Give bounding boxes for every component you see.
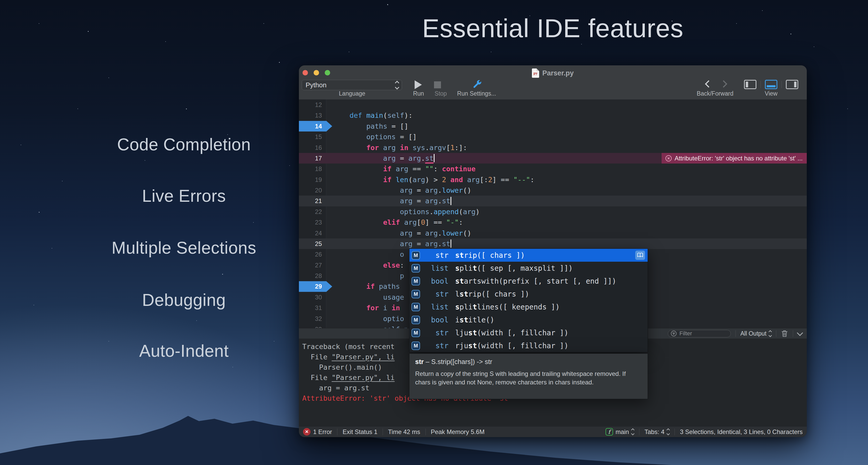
python-file-icon: py: [532, 68, 539, 78]
method-badge-icon: M: [411, 264, 420, 273]
code-text[interactable]: if paths: [333, 281, 400, 292]
status-divider: [675, 429, 675, 435]
branch-select[interactable]: f main: [606, 428, 634, 436]
run-button[interactable]: [414, 80, 422, 89]
code-text[interactable]: if len(arg) > 2 and arg[:2] == "--":: [333, 175, 534, 185]
page-title: Essential IDE features: [388, 13, 718, 43]
language-select[interactable]: Python: [302, 80, 402, 90]
line-number: 13: [299, 110, 326, 121]
completion-item[interactable]: Mboolistitle(): [409, 313, 648, 326]
code-text[interactable]: for i in: [333, 303, 400, 313]
error-count-button[interactable]: ✕ 1 Error: [303, 428, 332, 436]
completion-item[interactable]: Mstrrjust(width [, fillchar ]): [409, 339, 648, 352]
line-number: 21: [299, 195, 326, 206]
code-text[interactable]: arg = arg.st: [333, 195, 451, 206]
completion-return-type: bool: [420, 316, 448, 324]
code-text[interactable]: p: [333, 271, 404, 281]
view-left-sidebar-button[interactable]: [744, 80, 756, 89]
completion-item[interactable]: Mboolstartswith(prefix [, start [, end ]…: [409, 275, 648, 287]
collapse-console-button[interactable]: [798, 332, 802, 336]
method-badge-icon: M: [411, 303, 420, 311]
completion-item[interactable]: Mlistsplitlines([ keepends ]): [409, 301, 648, 313]
completion-return-type: list: [420, 264, 448, 273]
code-line-18: 18 if arg == "": continue: [299, 163, 807, 174]
feature-item: Code Completion: [29, 134, 339, 154]
code-text[interactable]: usage: [333, 292, 404, 303]
completion-item[interactable]: Mstrlstrip([ chars ]): [409, 287, 648, 301]
text-caret: [451, 240, 451, 248]
code-text[interactable]: elif arg[0] == "-":: [333, 217, 463, 227]
code-text[interactable]: optio: [333, 313, 404, 324]
completion-item-selected[interactable]: Mstrstrip([ chars ]): [409, 249, 648, 262]
method-badge-icon: M: [411, 290, 420, 299]
error-annotation-text: AttributeError: 'str' object has no attr…: [675, 155, 803, 162]
doc-signature: str – S.strip([chars]) -> str: [415, 358, 642, 366]
line-flag-marker: 29: [299, 281, 326, 292]
code-text[interactable]: self.pars: [333, 324, 421, 328]
code-line-17: 17 arg = arg.stAttributeError: 'str' obj…: [299, 153, 807, 163]
code-text[interactable]: arg = arg.st: [333, 239, 451, 249]
tabs-select[interactable]: Tabs: 4: [645, 428, 669, 436]
completion-item[interactable]: Mstrljust(width [, fillchar ]): [409, 326, 648, 339]
line-number: 31: [299, 303, 326, 313]
line-number: 26: [299, 249, 326, 259]
forward-button[interactable]: [720, 80, 727, 88]
line-number: 20: [299, 185, 326, 195]
code-line-16: 16 for arg in sys.argv[1:]:: [299, 142, 807, 153]
console-filter-field[interactable]: [668, 330, 731, 337]
code-text[interactable]: if arg == "": continue: [333, 163, 475, 174]
stop-button[interactable]: [434, 82, 441, 88]
inline-error-annotation[interactable]: AttributeError: 'str' object has no attr…: [661, 153, 807, 163]
code-text[interactable]: for arg in sys.argv[1:]:: [333, 142, 467, 153]
documentation-book-icon[interactable]: [635, 251, 645, 260]
feature-item: Auto-Indent: [29, 341, 339, 361]
window-title: Parser.py: [542, 69, 574, 77]
back-button[interactable]: [705, 80, 712, 88]
method-badge-icon: M: [411, 277, 420, 285]
completion-signature: lstrip([ chars ]): [455, 290, 529, 299]
view-divider: [761, 81, 761, 88]
view-label: View: [765, 90, 777, 97]
code-text[interactable]: arg = arg.st: [333, 153, 435, 163]
code-text[interactable]: options = []: [333, 131, 417, 142]
view-right-sidebar-button[interactable]: [786, 80, 798, 89]
completion-item[interactable]: Mlistsplit([ sep [, maxsplit ]]): [409, 262, 648, 275]
completion-signature: rjust(width [, fillchar ]): [455, 342, 568, 350]
output-scope-select[interactable]: All Output: [740, 330, 771, 337]
code-line-25: 25 arg = arg.st: [299, 239, 807, 249]
completion-signature: splitlines([ keepends ]): [455, 303, 560, 311]
code-text[interactable]: options.append(arg): [333, 207, 480, 217]
toolbar-divider: [776, 330, 776, 337]
clear-console-button[interactable]: [781, 330, 788, 337]
code-text[interactable]: arg = arg.lower(): [333, 185, 471, 195]
code-text[interactable]: o: [333, 249, 404, 259]
back-forward-label: Back/Forward: [697, 90, 734, 97]
code-text[interactable]: else:: [333, 260, 404, 271]
run-label: Run: [413, 90, 424, 97]
peak-memory: Peak Memory 5.6M: [431, 428, 485, 436]
code-text[interactable]: paths = []: [333, 121, 408, 131]
code-text[interactable]: arg = arg.lower(): [333, 228, 471, 239]
line-number: 28: [299, 271, 326, 281]
completion-return-type: str: [420, 251, 448, 259]
line-number: 19: [299, 175, 326, 185]
slide-background: Essential IDE features Code CompletionLi…: [0, 0, 868, 465]
select-stepper-icon: [667, 429, 669, 435]
line-number: 23: [299, 217, 326, 227]
feature-item: Multiple Selections: [29, 238, 339, 257]
line-number: 18: [299, 163, 326, 174]
trash-icon: [781, 330, 788, 337]
method-badge-icon: M: [411, 342, 420, 350]
doc-description: Return a copy of the string S with leadi…: [415, 369, 643, 386]
view-bottom-panel-button[interactable]: [765, 80, 777, 89]
filter-icon: [671, 331, 677, 337]
run-settings-wrench-icon[interactable]: [472, 79, 482, 89]
line-number: 24: [299, 228, 326, 239]
completion-return-type: list: [420, 303, 448, 311]
code-text[interactable]: def main(self):: [333, 110, 412, 121]
filter-input[interactable]: [679, 330, 721, 337]
file-link[interactable]: "Parser.py", li: [332, 374, 395, 381]
status-divider: [639, 429, 640, 435]
file-link[interactable]: "Parser.py", li: [332, 353, 395, 361]
line-number: 33: [299, 324, 326, 328]
